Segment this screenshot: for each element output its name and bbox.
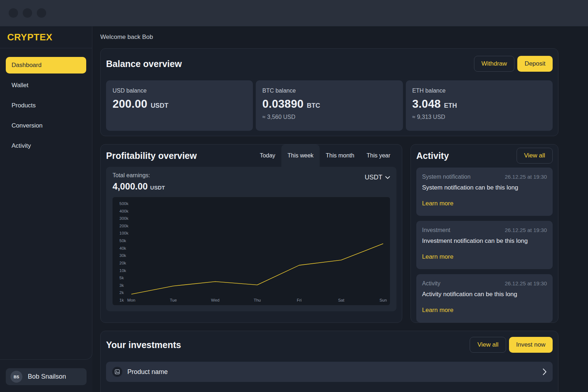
- balance-approx-usd: ≈ 3,560 USD: [262, 114, 396, 120]
- learn-more-link[interactable]: Learn more: [422, 253, 453, 260]
- investments-view-all-button[interactable]: View all: [470, 337, 506, 353]
- learn-more-link[interactable]: Learn more: [422, 200, 453, 207]
- app-shell: CRYPTEX Dashboard Wallet Products Conver…: [0, 26, 588, 392]
- tab-this-month[interactable]: This month: [320, 144, 360, 167]
- main-content: Welcome back Bob Balance overview Withdr…: [92, 26, 588, 392]
- balance-value: 200.00: [113, 98, 148, 111]
- product-image-badge: [112, 367, 122, 377]
- tab-this-year[interactable]: This year: [360, 144, 396, 167]
- svg-text:1k: 1k: [119, 298, 124, 302]
- balance-title: Balance overview: [106, 59, 182, 69]
- user-name: Bob Snailson: [28, 373, 66, 380]
- svg-text:50k: 50k: [119, 239, 126, 243]
- svg-text:Wed: Wed: [211, 298, 219, 302]
- learn-more-link[interactable]: Learn more: [422, 307, 453, 314]
- svg-text:Fri: Fri: [297, 298, 302, 302]
- svg-text:Mon: Mon: [127, 298, 135, 302]
- activity-title: Activity: [416, 151, 449, 161]
- notification-card: Activity 26.12.25 at 19:30 Activity noti…: [416, 274, 553, 322]
- tab-this-week[interactable]: This week: [281, 144, 320, 167]
- svg-text:Thu: Thu: [254, 298, 261, 302]
- earnings-panel: Total earnings: 4,000.00 USDT USDT 1: [106, 167, 396, 311]
- window-control-dot[interactable]: [23, 8, 32, 18]
- svg-text:300k: 300k: [119, 216, 128, 220]
- balance-unit: USDT: [151, 102, 168, 110]
- svg-text:30k: 30k: [119, 253, 126, 258]
- chevron-right-icon: [543, 369, 547, 375]
- tab-today[interactable]: Today: [254, 144, 281, 167]
- withdraw-button[interactable]: Withdraw: [474, 56, 515, 72]
- svg-text:200k: 200k: [119, 224, 128, 228]
- notification-datetime: 26.12.25 at 19:30: [505, 280, 547, 287]
- svg-text:5k: 5k: [119, 276, 124, 280]
- currency-selected-label: USDT: [365, 174, 382, 181]
- deposit-button[interactable]: Deposit: [517, 56, 553, 72]
- activity-card: Activity View all System notification 26…: [411, 144, 558, 323]
- svg-text:3k: 3k: [119, 283, 124, 288]
- balance-tiles: USD balance 200.00 USDT BTC balance 0.03…: [106, 80, 553, 131]
- notification-message: Investment notification can be this long: [422, 237, 547, 245]
- notification-datetime: 26.12.25 at 19:30: [505, 227, 547, 233]
- notification-datetime: 26.12.25 at 19:30: [505, 174, 547, 180]
- currency-selector[interactable]: USDT: [365, 174, 390, 181]
- svg-text:400k: 400k: [119, 209, 128, 213]
- sidebar-item-products[interactable]: Products: [6, 97, 86, 114]
- sidebar-item-label: Dashboard: [12, 62, 41, 69]
- sidebar-item-label: Activity: [12, 142, 31, 150]
- activity-view-all-button[interactable]: View all: [517, 148, 553, 164]
- investments-title: Your investments: [106, 340, 181, 350]
- total-earnings-value: 4,000.00: [113, 181, 148, 192]
- product-name: Product name: [127, 368, 168, 376]
- earnings-chart: 1k2k3k5k10k20k30k40k50k100k200k300k400k5…: [113, 197, 390, 305]
- sidebar-item-label: Products: [12, 102, 36, 109]
- sidebar-item-wallet[interactable]: Wallet: [6, 77, 86, 94]
- notification-message: System notification can be this long: [422, 184, 547, 191]
- user-chip[interactable]: BS Bob Snailson: [6, 368, 87, 385]
- svg-text:100k: 100k: [119, 231, 128, 235]
- image-icon: [115, 369, 120, 374]
- eth-balance-tile: ETH balance 3.048 ETH ≈ 9,313 USD: [406, 80, 553, 131]
- svg-text:Tue: Tue: [170, 298, 177, 302]
- usd-balance-tile: USD balance 200.00 USDT: [106, 80, 253, 131]
- svg-text:Sun: Sun: [379, 298, 387, 302]
- app-logo: CRYPTEX: [7, 32, 52, 43]
- invest-now-button[interactable]: Invest now: [509, 337, 553, 353]
- svg-text:2k: 2k: [119, 290, 124, 295]
- welcome-text: Welcome back Bob: [100, 34, 558, 41]
- svg-text:40k: 40k: [119, 246, 126, 250]
- chevron-down-icon: [385, 176, 390, 179]
- avatar: BS: [10, 371, 22, 383]
- svg-text:10k: 10k: [119, 268, 126, 273]
- total-earnings-label: Total earnings:: [113, 172, 165, 179]
- profitability-card: Profitability overview Today This week T…: [100, 144, 402, 323]
- sidebar-item-label: Conversion: [12, 122, 43, 129]
- balance-label: BTC balance: [262, 88, 396, 94]
- sidebar-item-conversion[interactable]: Conversion: [6, 117, 86, 134]
- balance-label: USD balance: [113, 88, 246, 94]
- notification-category: System notification: [422, 174, 470, 180]
- balance-overview-card: Balance overview Withdraw Deposit USD ba…: [100, 48, 558, 136]
- balance-approx-usd: ≈ 9,313 USD: [412, 114, 546, 120]
- profitability-title: Profitability overview: [106, 151, 197, 161]
- svg-text:Sat: Sat: [338, 298, 345, 302]
- notification-message: Activity notification can be this long: [422, 291, 547, 298]
- svg-text:20k: 20k: [119, 261, 126, 265]
- notification-category: Activity: [422, 280, 440, 287]
- logo-box: CRYPTEX: [0, 26, 92, 48]
- product-row[interactable]: Product name: [106, 362, 553, 382]
- total-earnings-unit: USDT: [150, 184, 165, 191]
- window-control-dot[interactable]: [37, 8, 46, 18]
- window-titlebar: [0, 0, 588, 26]
- window-control-dot[interactable]: [9, 8, 18, 18]
- sidebar: CRYPTEX Dashboard Wallet Products Conver…: [0, 26, 92, 392]
- sidebar-top: CRYPTEX Dashboard Wallet Products Conver…: [0, 26, 92, 360]
- notification-category: Investment: [422, 227, 450, 233]
- sidebar-item-label: Wallet: [12, 82, 28, 89]
- sidebar-item-dashboard[interactable]: Dashboard: [6, 57, 86, 74]
- sidebar-item-activity[interactable]: Activity: [6, 138, 86, 154]
- balance-label: ETH balance: [412, 88, 546, 94]
- btc-balance-tile: BTC balance 0.03890 BTC ≈ 3,560 USD: [256, 80, 403, 131]
- notification-card: System notification 26.12.25 at 19:30 Sy…: [416, 168, 553, 216]
- balance-unit: BTC: [307, 102, 320, 110]
- balance-unit: ETH: [444, 102, 457, 110]
